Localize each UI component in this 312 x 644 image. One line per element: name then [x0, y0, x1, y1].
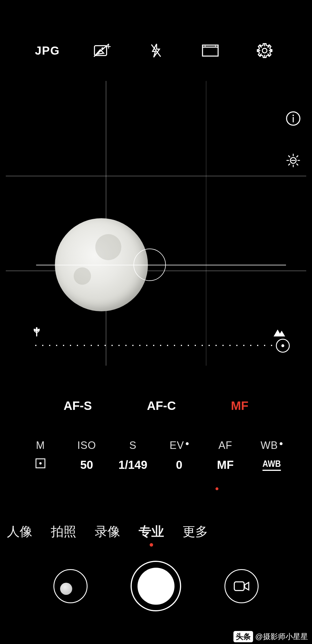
viewfinder[interactable] [6, 81, 306, 366]
brightness-icon[interactable] [285, 152, 302, 169]
focus-mode-afc[interactable]: AF-C [147, 399, 176, 413]
watermark-prefix: 头条 [233, 631, 253, 642]
param-value: 50 [80, 458, 93, 471]
param-label: AF [218, 439, 232, 451]
param-value: AWB [262, 458, 281, 471]
mode-video[interactable]: 录像 [95, 523, 120, 540]
param-label: M [36, 439, 45, 451]
svg-line-25 [289, 164, 290, 165]
param-value: 0 [176, 458, 182, 471]
param-iso[interactable]: ISO 50 [64, 439, 110, 471]
aspect-ratio-icon[interactable] [200, 40, 220, 61]
watermark-handle: @摄影师小星星 [255, 632, 308, 642]
mode-photo[interactable]: 拍照 [51, 523, 76, 540]
mountain-icon [274, 328, 285, 338]
param-label: S [129, 439, 136, 451]
format-label: JPG [35, 44, 60, 57]
focus-mode-mf[interactable]: MF [231, 399, 248, 413]
top-toolbar: JPG [0, 40, 312, 61]
param-label: EV [170, 439, 189, 451]
mode-portrait[interactable]: 人像 [7, 523, 32, 540]
focus-mode-row: AF-S AF-C MF [64, 399, 248, 413]
settings-icon[interactable] [255, 40, 275, 61]
focus-ring[interactable] [133, 249, 166, 281]
manual-focus-slider[interactable] [32, 332, 287, 353]
param-shutter[interactable]: S 1/149 [110, 439, 156, 471]
slider-thumb[interactable] [276, 339, 290, 353]
param-label: WB [261, 439, 283, 451]
svg-line-22 [289, 156, 290, 157]
param-value: MF [217, 458, 234, 471]
switch-to-video-button[interactable] [224, 569, 259, 603]
svg-point-14 [293, 115, 294, 116]
svg-point-9 [215, 46, 216, 47]
slider-track [32, 345, 287, 346]
active-param-indicator [216, 487, 218, 490]
side-controls [285, 110, 302, 169]
param-metering[interactable]: M [17, 439, 64, 471]
param-wb[interactable]: WB AWB [248, 439, 295, 471]
mode-more[interactable]: 更多 [183, 523, 208, 540]
pro-params: M ISO 50 S 1/149 EV 0 AF MF WB AWB [17, 439, 295, 471]
svg-rect-26 [234, 582, 244, 591]
shutter-inner [138, 568, 174, 605]
svg-point-10 [262, 48, 267, 53]
param-label: ISO [77, 439, 96, 451]
effects-off-icon[interactable] [92, 40, 112, 61]
camera-modes[interactable]: 人像 拍照 录像 专业 更多 [0, 523, 312, 540]
svg-point-8 [205, 46, 206, 47]
gallery-thumbnail[interactable] [53, 569, 88, 603]
mode-pro[interactable]: 专业 [139, 523, 164, 540]
grid-line [6, 176, 306, 176]
svg-line-23 [297, 164, 298, 165]
param-af[interactable]: AF MF [202, 439, 248, 471]
svg-rect-11 [36, 331, 37, 336]
grid-line [206, 81, 207, 366]
shutter-button[interactable] [131, 561, 181, 611]
param-value: 1/149 [118, 458, 147, 471]
bottom-bar [0, 561, 312, 611]
svg-line-24 [297, 156, 298, 157]
svg-marker-27 [245, 582, 249, 590]
param-ev[interactable]: EV 0 [156, 439, 202, 471]
svg-marker-12 [274, 330, 285, 336]
format-toggle[interactable]: JPG [37, 40, 57, 61]
focus-mode-afs[interactable]: AF-S [64, 399, 92, 413]
flash-off-icon[interactable] [146, 40, 166, 61]
macro-icon [32, 327, 41, 338]
watermark: 头条 @摄影师小星星 [233, 631, 308, 642]
info-icon[interactable] [285, 110, 302, 127]
metering-spot-icon [36, 458, 45, 468]
